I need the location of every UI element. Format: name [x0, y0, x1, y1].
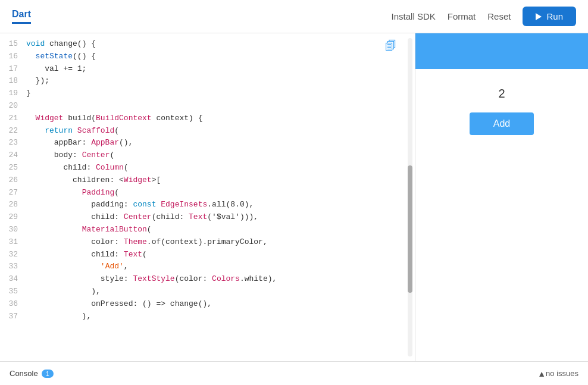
scrollbar-thumb[interactable]: [408, 165, 412, 293]
code-line: child: Column(: [26, 162, 391, 174]
line-number: 35: [7, 286, 18, 298]
no-issues-label: no issues: [546, 369, 578, 378]
code-line: child: Text(: [26, 249, 391, 261]
code-line: ),: [26, 311, 391, 323]
line-number: 22: [7, 125, 18, 137]
line-number: 31: [7, 236, 18, 249]
reset-button[interactable]: Reset: [487, 11, 511, 21]
line-number: 17: [7, 63, 18, 76]
header-actions: Install SDK Format Reset Run: [392, 7, 576, 26]
line-number: 29: [7, 211, 18, 224]
code-line: ),: [26, 286, 391, 298]
code-line: style: TextStyle(color: Colors.white),: [26, 273, 391, 286]
code-line: void change() {: [26, 38, 391, 51]
copy-icon[interactable]: 🗐: [385, 39, 397, 53]
run-triangle-icon: [536, 13, 542, 20]
code-line: return Scaffold(: [26, 125, 391, 137]
console-badge: 1: [42, 370, 54, 378]
code-line: setState(() {: [26, 51, 391, 63]
preview-panel: 2 Add: [415, 33, 588, 361]
code-lines[interactable]: void change() { setState(() { val += 1; …: [24, 33, 415, 361]
console-label: Console: [10, 369, 38, 378]
line-number: 37: [7, 311, 18, 323]
code-line: 'Add',: [26, 261, 391, 273]
tab-dart[interactable]: Dart: [12, 9, 31, 24]
code-line: });: [26, 75, 391, 87]
header: Dart Install SDK Format Reset Run: [0, 0, 588, 33]
line-number: 28: [7, 199, 18, 211]
code-panel: 1516171819202122232425262728293031323334…: [0, 33, 415, 361]
line-number: 36: [7, 298, 18, 311]
preview-content: 2 Add: [415, 69, 588, 153]
code-line: onPressed: () => change(),: [26, 298, 391, 311]
line-number: 26: [7, 174, 18, 187]
format-button[interactable]: Format: [448, 11, 476, 21]
line-number: 34: [7, 273, 18, 286]
code-line: Padding(: [26, 187, 391, 199]
run-label: Run: [546, 11, 563, 21]
code-line: child: Center(child: Text('$val'))),: [26, 211, 391, 224]
line-number: 32: [7, 249, 18, 261]
line-numbers: 1516171819202122232425262728293031323334…: [0, 33, 24, 361]
main-area: 1516171819202122232425262728293031323334…: [0, 33, 588, 361]
line-number: 27: [7, 187, 18, 199]
install-sdk-link[interactable]: Install SDK: [392, 11, 436, 21]
preview-top-bar: [415, 33, 588, 69]
code-line: children: <Widget>[: [26, 174, 391, 187]
line-number: 24: [7, 149, 18, 162]
code-line: body: Center(: [26, 149, 391, 162]
line-number: 33: [7, 261, 18, 273]
line-number: 30: [7, 224, 18, 236]
code-content: 1516171819202122232425262728293031323334…: [0, 33, 415, 361]
run-button[interactable]: Run: [523, 7, 576, 26]
code-line: }: [26, 87, 391, 100]
console-up-arrow-icon[interactable]: ▲: [537, 369, 546, 378]
code-line: MaterialButton(: [26, 224, 391, 236]
code-line: appBar: AppBar(),: [26, 137, 391, 149]
line-number: 16: [7, 51, 18, 63]
code-line: val += 1;: [26, 63, 391, 76]
preview-number: 2: [498, 87, 505, 101]
code-line: [26, 100, 391, 112]
code-line: padding: const EdgeInsets.all(8.0),: [26, 199, 391, 211]
line-number: 21: [7, 112, 18, 125]
add-button[interactable]: Add: [470, 112, 534, 135]
line-number: 15: [7, 38, 18, 51]
line-number: 25: [7, 162, 18, 174]
footer: Console 1 ▲ no issues: [0, 361, 588, 385]
line-number: 23: [7, 137, 18, 149]
code-line: color: Theme.of(context).primaryColor,: [26, 236, 391, 249]
scrollbar-track[interactable]: [408, 38, 412, 356]
line-number: 19: [7, 87, 18, 100]
line-number: 20: [7, 100, 18, 112]
line-number: 18: [7, 75, 18, 87]
code-line: Widget build(BuildContext context) {: [26, 112, 391, 125]
